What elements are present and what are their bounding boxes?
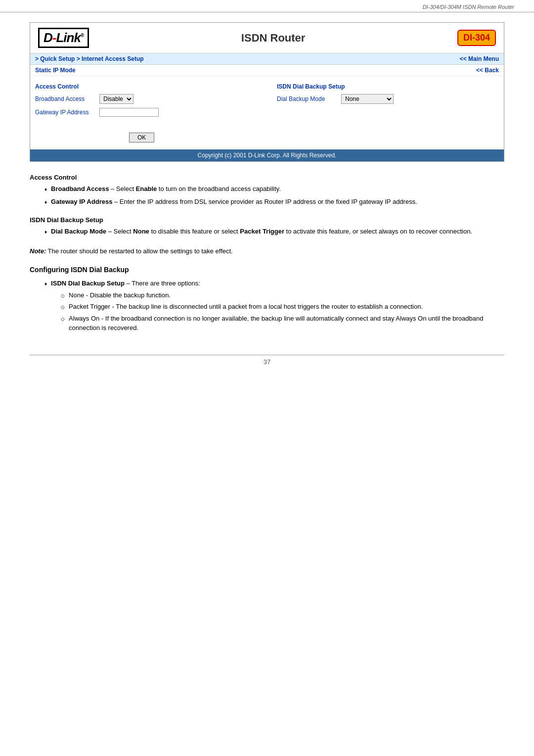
note-label: Note: — [30, 247, 46, 255]
dial-backup-mode-bold: Dial Backup Mode — [51, 228, 106, 235]
form-left: Access Control Broadband Access Disable … — [35, 83, 257, 121]
router-model-title: ISDN Router — [89, 32, 457, 45]
dial-backup-mode-row: Dial Backup Mode None Packet Trigger Alw… — [277, 94, 499, 104]
broadband-access-label: Broadband Access — [35, 95, 99, 102]
sub-list: None - Disable the backup function. Pack… — [51, 290, 504, 333]
isdn-list: Dial Backup Mode – Select None to disabl… — [30, 227, 504, 236]
broadband-access-text: – Select Enable to turn on the broadband… — [111, 185, 281, 192]
back-link[interactable]: << Back — [476, 67, 499, 74]
gateway-ip-item: Gateway IP Address – Enter the IP addres… — [44, 197, 504, 207]
gateway-ip-text: – Enter the IP address from DSL service … — [114, 198, 417, 205]
doc-isdn-section: ISDN Dial Backup Setup Dial Backup Mode … — [30, 216, 504, 236]
router-header: D-Link® ISDN Router DI-304 — [30, 23, 504, 53]
isdn-setup-text: – There are three options: — [127, 280, 200, 287]
sub-item-always-on: Always On - If the broadband connection … — [61, 314, 504, 333]
sub-item-none: None - Disable the backup function. — [61, 290, 504, 300]
dial-backup-mode-label: Dial Backup Mode — [277, 95, 341, 102]
gateway-ip-bold: Gateway IP Address — [51, 198, 112, 205]
router-nav: > Quick Setup > Internet Access Setup <<… — [30, 53, 504, 65]
router-footer: Copyright (c) 2001 D-Link Corp. All Righ… — [30, 149, 504, 161]
page-number: 37 — [264, 358, 270, 366]
main-menu-link[interactable]: << Main Menu — [460, 55, 499, 62]
static-ip-label: Static IP Mode — [35, 67, 76, 74]
model-badge: DI-304 — [457, 30, 496, 46]
gateway-ip-label: Gateway IP Address — [35, 109, 99, 116]
dlink-logo-text: D-Link® — [38, 28, 89, 48]
router-form: Access Control Broadband Access Disable … — [30, 76, 504, 128]
isdn-setup-bold: ISDN Dial Backup Setup — [51, 280, 125, 287]
nav-path-link[interactable]: > Quick Setup > Internet Access Setup — [35, 55, 144, 62]
isdn-dial-heading: ISDN Dial Backup Setup — [30, 216, 504, 224]
form-right: ISDN Dial Backup Setup Dial Backup Mode … — [277, 83, 499, 121]
doc-note: Note: The router should be restarted to … — [30, 246, 504, 256]
page-body: D-Link® ISDN Router DI-304 > Quick Setup… — [0, 12, 534, 385]
dlink-logo: D-Link® — [38, 28, 89, 48]
isdn-dial-section-title: ISDN Dial Backup Setup — [277, 83, 499, 90]
footer-text: Copyright (c) 2001 D-Link Corp. All Righ… — [198, 152, 337, 159]
broadband-access-row: Broadband Access Disable Enable — [35, 94, 257, 104]
note-text: The router should be restarted to allow … — [48, 247, 233, 255]
page-footer: 37 — [30, 355, 504, 366]
sub-item-always-on-text: Always On - If the broadband connection … — [69, 314, 504, 333]
broadband-access-item: Broadband Access – Select Enable to turn… — [44, 184, 504, 194]
access-control-list: Broadband Access – Select Enable to turn… — [30, 184, 504, 206]
router-ui-box: D-Link® ISDN Router DI-304 > Quick Setup… — [30, 22, 504, 162]
dial-backup-mode-text: – Select None to disable this feature or… — [108, 228, 472, 235]
access-control-section-title: Access Control — [35, 83, 257, 90]
broadband-access-bold: Broadband Access — [51, 185, 109, 192]
sub-item-none-text: None - Disable the backup function. — [69, 290, 171, 300]
doc-access-control-section: Access Control Broadband Access – Select… — [30, 174, 504, 206]
doc-configuring-section: Configuring ISDN Dial Backup ISDN Dial B… — [30, 266, 504, 335]
access-control-heading: Access Control — [30, 174, 504, 181]
gateway-ip-row: Gateway IP Address — [35, 108, 257, 117]
page-header-title: DI-304/DI-304M ISDN Remote Router — [423, 4, 514, 10]
configuring-heading: Configuring ISDN Dial Backup — [30, 266, 504, 274]
nav-path: > Quick Setup > Internet Access Setup — [35, 55, 144, 62]
dial-backup-mode-item: Dial Backup Mode – Select None to disabl… — [44, 227, 504, 236]
broadband-access-select[interactable]: Disable Enable — [99, 94, 134, 104]
ok-row: OK — [30, 128, 504, 149]
configuring-list: ISDN Dial Backup Setup – There are three… — [30, 279, 504, 335]
gateway-ip-input[interactable] — [99, 108, 159, 117]
static-ip-bar: Static IP Mode << Back — [30, 65, 504, 76]
sub-item-packet-text: Packet Trigger - The backup line is disc… — [69, 302, 423, 312]
dial-backup-mode-select[interactable]: None Packet Trigger Always On — [341, 94, 394, 104]
page-header: DI-304/DI-304M ISDN Remote Router — [0, 0, 534, 12]
ok-button[interactable]: OK — [129, 133, 154, 142]
isdn-setup-item: ISDN Dial Backup Setup – There are three… — [44, 279, 504, 335]
sub-item-packet: Packet Trigger - The backup line is disc… — [61, 302, 504, 312]
